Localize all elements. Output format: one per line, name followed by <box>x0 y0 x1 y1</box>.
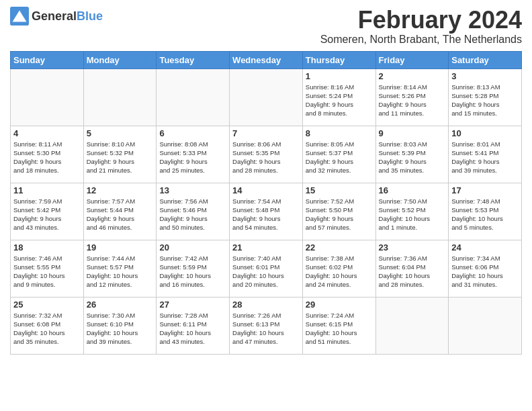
day-info: Sunrise: 7:40 AM Sunset: 6:01 PM Dayligh… <box>232 254 300 289</box>
weekday-header-cell: Wednesday <box>230 51 303 68</box>
calendar-day-cell: 7Sunrise: 8:06 AM Sunset: 5:35 PM Daylig… <box>230 126 303 183</box>
calendar-day-cell: 22Sunrise: 7:38 AM Sunset: 6:02 PM Dayli… <box>302 240 375 297</box>
day-info: Sunrise: 8:11 AM Sunset: 5:30 PM Dayligh… <box>13 140 81 175</box>
calendar-day-cell <box>449 297 522 354</box>
day-number: 27 <box>159 300 226 310</box>
calendar-day-cell: 17Sunrise: 7:48 AM Sunset: 5:53 PM Dayli… <box>449 183 522 240</box>
location-title: Someren, North Brabant, The Netherlands <box>320 34 522 46</box>
day-number: 23 <box>379 242 446 253</box>
day-info: Sunrise: 7:42 AM Sunset: 5:59 PM Dayligh… <box>159 254 226 289</box>
calendar-day-cell: 9Sunrise: 8:03 AM Sunset: 5:39 PM Daylig… <box>375 126 449 183</box>
day-number: 4 <box>13 128 81 138</box>
calendar-day-cell: 23Sunrise: 7:36 AM Sunset: 6:04 PM Dayli… <box>375 240 449 297</box>
day-info: Sunrise: 7:36 AM Sunset: 6:04 PM Dayligh… <box>379 254 446 289</box>
calendar-day-cell: 28Sunrise: 7:26 AM Sunset: 6:13 PM Dayli… <box>230 297 303 354</box>
weekday-header-cell: Saturday <box>449 51 522 68</box>
day-number: 25 <box>13 300 81 310</box>
calendar-day-cell <box>11 68 84 126</box>
day-info: Sunrise: 8:01 AM Sunset: 5:41 PM Dayligh… <box>451 140 519 175</box>
calendar-day-cell: 25Sunrise: 7:32 AM Sunset: 6:08 PM Dayli… <box>11 297 84 354</box>
day-info: Sunrise: 8:03 AM Sunset: 5:39 PM Dayligh… <box>379 140 446 175</box>
logo-blue: Blue <box>77 9 103 23</box>
day-info: Sunrise: 7:59 AM Sunset: 5:42 PM Dayligh… <box>13 197 81 232</box>
day-number: 5 <box>87 128 154 138</box>
calendar-week-row: 18Sunrise: 7:46 AM Sunset: 5:55 PM Dayli… <box>11 240 522 297</box>
day-number: 28 <box>232 300 300 310</box>
calendar-day-cell: 20Sunrise: 7:42 AM Sunset: 5:59 PM Dayli… <box>157 240 230 297</box>
day-info: Sunrise: 7:26 AM Sunset: 6:13 PM Dayligh… <box>232 311 300 347</box>
day-number: 15 <box>306 185 373 195</box>
calendar-day-cell: 11Sunrise: 7:59 AM Sunset: 5:42 PM Dayli… <box>11 183 84 240</box>
calendar-week-row: 4Sunrise: 8:11 AM Sunset: 5:30 PM Daylig… <box>11 126 522 183</box>
calendar-day-cell <box>83 68 157 126</box>
calendar-day-cell: 1Sunrise: 8:16 AM Sunset: 5:24 PM Daylig… <box>302 68 375 126</box>
day-number: 17 <box>451 185 519 195</box>
day-number: 11 <box>13 185 81 195</box>
day-info: Sunrise: 8:16 AM Sunset: 5:24 PM Dayligh… <box>306 83 373 118</box>
day-number: 29 <box>306 300 373 310</box>
calendar-day-cell: 24Sunrise: 7:34 AM Sunset: 6:06 PM Dayli… <box>449 240 522 297</box>
day-info: Sunrise: 8:14 AM Sunset: 5:26 PM Dayligh… <box>379 83 446 118</box>
day-number: 9 <box>379 128 446 138</box>
calendar-day-cell: 3Sunrise: 8:13 AM Sunset: 5:28 PM Daylig… <box>449 68 522 126</box>
calendar-day-cell: 10Sunrise: 8:01 AM Sunset: 5:41 PM Dayli… <box>449 126 522 183</box>
day-info: Sunrise: 7:24 AM Sunset: 6:15 PM Dayligh… <box>306 311 373 347</box>
day-info: Sunrise: 8:13 AM Sunset: 5:28 PM Dayligh… <box>451 83 519 118</box>
day-number: 19 <box>87 242 154 253</box>
day-info: Sunrise: 7:57 AM Sunset: 5:44 PM Dayligh… <box>87 197 154 232</box>
day-info: Sunrise: 8:05 AM Sunset: 5:37 PM Dayligh… <box>306 140 373 175</box>
day-number: 18 <box>13 242 81 253</box>
logo-general: General <box>32 9 77 23</box>
day-info: Sunrise: 7:38 AM Sunset: 6:02 PM Dayligh… <box>306 254 373 289</box>
day-info: Sunrise: 7:28 AM Sunset: 6:11 PM Dayligh… <box>159 311 226 347</box>
day-number: 2 <box>379 71 446 81</box>
day-number: 13 <box>159 185 226 195</box>
day-info: Sunrise: 7:50 AM Sunset: 5:52 PM Dayligh… <box>379 197 446 232</box>
calendar-day-cell: 4Sunrise: 8:11 AM Sunset: 5:30 PM Daylig… <box>11 126 84 183</box>
calendar-week-row: 1Sunrise: 8:16 AM Sunset: 5:24 PM Daylig… <box>11 68 522 126</box>
day-number: 3 <box>451 71 519 81</box>
calendar-day-cell <box>230 68 303 126</box>
day-info: Sunrise: 7:30 AM Sunset: 6:10 PM Dayligh… <box>87 311 154 347</box>
calendar-day-cell: 8Sunrise: 8:05 AM Sunset: 5:37 PM Daylig… <box>302 126 375 183</box>
day-info: Sunrise: 7:52 AM Sunset: 5:50 PM Dayligh… <box>306 197 373 232</box>
weekday-header-cell: Sunday <box>11 51 84 68</box>
calendar-day-cell: 12Sunrise: 7:57 AM Sunset: 5:44 PM Dayli… <box>83 183 157 240</box>
day-number: 21 <box>232 242 300 253</box>
day-info: Sunrise: 7:56 AM Sunset: 5:46 PM Dayligh… <box>159 197 226 232</box>
day-info: Sunrise: 8:08 AM Sunset: 5:33 PM Dayligh… <box>159 140 226 175</box>
day-number: 24 <box>451 242 519 253</box>
page-header: GeneralBlue February 2024 Someren, North… <box>10 7 522 46</box>
day-info: Sunrise: 7:32 AM Sunset: 6:08 PM Dayligh… <box>13 311 81 347</box>
calendar-day-cell: 15Sunrise: 7:52 AM Sunset: 5:50 PM Dayli… <box>302 183 375 240</box>
day-number: 26 <box>87 300 154 310</box>
day-info: Sunrise: 8:10 AM Sunset: 5:32 PM Dayligh… <box>87 140 154 175</box>
calendar-week-row: 11Sunrise: 7:59 AM Sunset: 5:42 PM Dayli… <box>11 183 522 240</box>
day-info: Sunrise: 8:06 AM Sunset: 5:35 PM Dayligh… <box>232 140 300 175</box>
day-number: 6 <box>159 128 226 138</box>
logo-icon <box>10 7 29 26</box>
calendar-day-cell: 26Sunrise: 7:30 AM Sunset: 6:10 PM Dayli… <box>83 297 157 354</box>
calendar-table: SundayMondayTuesdayWednesdayThursdayFrid… <box>10 51 522 355</box>
calendar-week-row: 25Sunrise: 7:32 AM Sunset: 6:08 PM Dayli… <box>11 297 522 354</box>
day-number: 8 <box>306 128 373 138</box>
day-info: Sunrise: 7:48 AM Sunset: 5:53 PM Dayligh… <box>451 197 519 232</box>
calendar-day-cell: 29Sunrise: 7:24 AM Sunset: 6:15 PM Dayli… <box>302 297 375 354</box>
day-number: 16 <box>379 185 446 195</box>
calendar-day-cell: 16Sunrise: 7:50 AM Sunset: 5:52 PM Dayli… <box>375 183 449 240</box>
calendar-day-cell: 14Sunrise: 7:54 AM Sunset: 5:48 PM Dayli… <box>230 183 303 240</box>
calendar-day-cell <box>157 68 230 126</box>
calendar-day-cell: 5Sunrise: 8:10 AM Sunset: 5:32 PM Daylig… <box>83 126 157 183</box>
day-number: 10 <box>451 128 519 138</box>
weekday-header-cell: Monday <box>83 51 157 68</box>
weekday-header-cell: Thursday <box>302 51 375 68</box>
title-section: February 2024 Someren, North Brabant, Th… <box>320 7 522 46</box>
day-info: Sunrise: 7:44 AM Sunset: 5:57 PM Dayligh… <box>87 254 154 289</box>
weekday-header-cell: Friday <box>375 51 449 68</box>
calendar-day-cell: 6Sunrise: 8:08 AM Sunset: 5:33 PM Daylig… <box>157 126 230 183</box>
calendar-day-cell: 21Sunrise: 7:40 AM Sunset: 6:01 PM Dayli… <box>230 240 303 297</box>
calendar-day-cell: 27Sunrise: 7:28 AM Sunset: 6:11 PM Dayli… <box>157 297 230 354</box>
day-info: Sunrise: 7:46 AM Sunset: 5:55 PM Dayligh… <box>13 254 81 289</box>
day-info: Sunrise: 7:34 AM Sunset: 6:06 PM Dayligh… <box>451 254 519 289</box>
calendar-body: 1Sunrise: 8:16 AM Sunset: 5:24 PM Daylig… <box>11 68 522 354</box>
